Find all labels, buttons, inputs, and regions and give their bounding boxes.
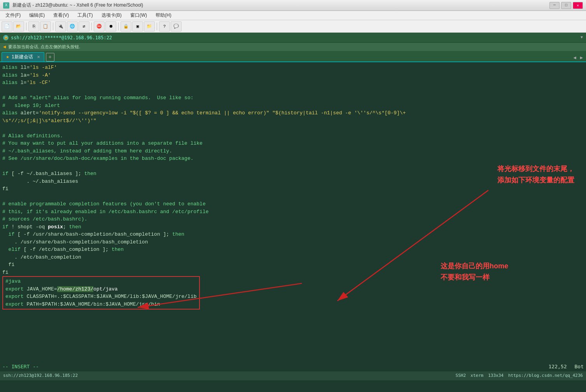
ssh-icon: 🔒 <box>3 35 9 40</box>
status-bar: ssh://zh123@192.168.96.185:22 SSH2 xterm… <box>0 371 586 380</box>
menu-tabs[interactable]: 选项卡(B) <box>98 11 126 19</box>
minimize-button[interactable]: ─ <box>549 2 560 9</box>
java-comment: #java <box>5 278 21 284</box>
terminal-content: alias ll='ls -alF' alias la='ls -A' alia… <box>2 64 584 276</box>
toolbar: 📄 📂 ⎘ 📋 🔌 🌐 ⇄ ⛔ ⏺ 🔒 ▣ 📁 ? 💬 <box>0 20 586 33</box>
toolbar-new[interactable]: 📄 <box>2 21 12 32</box>
terminal[interactable]: alias ll='ls -alF' alias la='ls -A' alia… <box>0 62 586 380</box>
menu-bar: 文件(F) 编辑(E) 查看(V) 工具(T) 选项卡(B) 窗口(W) 帮助(… <box>0 11 586 20</box>
toolbar-transfer[interactable]: ⇄ <box>79 21 89 32</box>
address-dropdown[interactable]: ▼ <box>581 35 583 40</box>
java-highlight-block: #java export JAVA_HOME=/home/zh123/opt/j… <box>2 276 200 310</box>
new-tab-button[interactable]: + <box>46 53 54 61</box>
toolbar-open[interactable]: 📂 <box>13 21 24 32</box>
menu-help[interactable]: 帮助(H) <box>152 11 175 19</box>
toolbar-stop[interactable]: ⛔ <box>94 21 105 32</box>
toolbar-terminal[interactable]: ▣ <box>132 21 143 32</box>
toolbar-copy[interactable]: ⎘ <box>28 21 39 32</box>
toolbar-lock[interactable]: 🔒 <box>121 21 131 32</box>
status-term: xterm <box>471 373 483 379</box>
status-size: 133x34 <box>488 373 504 379</box>
tab-prev[interactable]: ◀ <box>572 54 578 61</box>
insert-mode-bar: -- INSERT -- 122,52 Bot <box>0 362 586 371</box>
menu-tools[interactable]: 工具(T) <box>73 11 96 19</box>
maximize-button[interactable]: □ <box>561 2 571 9</box>
toolbar-record[interactable]: ⏺ <box>105 21 116 32</box>
toolbar-sep-1 <box>26 23 26 30</box>
tab-next[interactable]: ▶ <box>579 54 584 61</box>
status-ssh2: SSH2 <box>456 373 466 379</box>
tab-icon: ★ <box>6 55 9 59</box>
title-bar: X 新建会话 - zh123@ubuntu: ~ - Xshell 6 (Fre… <box>0 0 586 11</box>
address-bar: 🔒 ssh://zh123:******@192.168.96.185:22 ▼ <box>0 33 586 43</box>
app-icon: X <box>3 2 9 9</box>
java-export3: export PATH=$PATH:$JAVA_HOME/bin:$JAVA_H… <box>5 301 163 307</box>
menu-view[interactable]: 查看(V) <box>49 11 73 19</box>
java-export1: export JAVA_HOME=/home/zh123/opt/java <box>5 286 118 292</box>
toolbar-help[interactable]: ? <box>159 21 170 32</box>
menu-edit[interactable]: 编辑(E) <box>25 11 49 19</box>
toolbar-chat[interactable]: 💬 <box>171 21 182 32</box>
tab-bar: ★ 1新建会话 ✕ + ◀ ▶ <box>0 51 586 62</box>
toolbar-paste[interactable]: 📋 <box>40 21 51 32</box>
info-bar: ◀ 要添加当前会话, 点击左侧的箭头按钮. <box>0 43 586 51</box>
toolbar-file[interactable]: 📁 <box>144 21 155 32</box>
title-bar-left: X 新建会话 - zh123@ubuntu: ~ - Xshell 6 (Fre… <box>3 2 143 9</box>
status-ssh-url: ssh://zh123@192.168.96.185:22 <box>3 373 78 379</box>
toolbar-connect[interactable]: 🔌 <box>55 21 66 32</box>
address-text: ssh://zh123:******@192.168.96.185:22 <box>11 35 581 40</box>
toolbar-sep-3 <box>91 23 92 30</box>
tab-session[interactable]: ★ 1新建会话 ✕ <box>2 52 44 61</box>
window-controls: ─ □ ✕ <box>549 2 583 9</box>
insert-label: -- INSERT -- <box>2 363 39 371</box>
tab-close-button[interactable]: ✕ <box>37 55 40 59</box>
menu-window[interactable]: 窗口(W) <box>126 11 151 19</box>
toolbar-sep-5 <box>157 23 157 30</box>
position-indicator: 122,52 <box>549 363 567 371</box>
java-export2: export CLASSPATH=.:$CLASSPATH:$JAVA_HOME… <box>5 294 197 299</box>
status-right: SSH2 xterm 133x34 https://blog.csdn.net/… <box>456 373 583 379</box>
toolbar-sep-2 <box>53 23 53 30</box>
menu-file[interactable]: 文件(F) <box>2 11 24 19</box>
info-text: 要添加当前会话, 点击左侧的箭头按钮. <box>8 44 80 50</box>
tab-navigation: ◀ ▶ <box>572 54 584 61</box>
status-url: https://blog.csdn.net/qq_4236 <box>508 373 583 379</box>
mode-indicator: Bot <box>575 363 584 371</box>
info-icon: ◀ <box>3 44 6 50</box>
tab-label: 1新建会话 <box>12 54 33 60</box>
close-button[interactable]: ✕ <box>573 2 583 9</box>
toolbar-globe[interactable]: 🌐 <box>67 21 78 32</box>
window-title: 新建会话 - zh123@ubuntu: ~ - Xshell 6 (Free … <box>12 2 143 9</box>
toolbar-sep-4 <box>118 23 119 30</box>
